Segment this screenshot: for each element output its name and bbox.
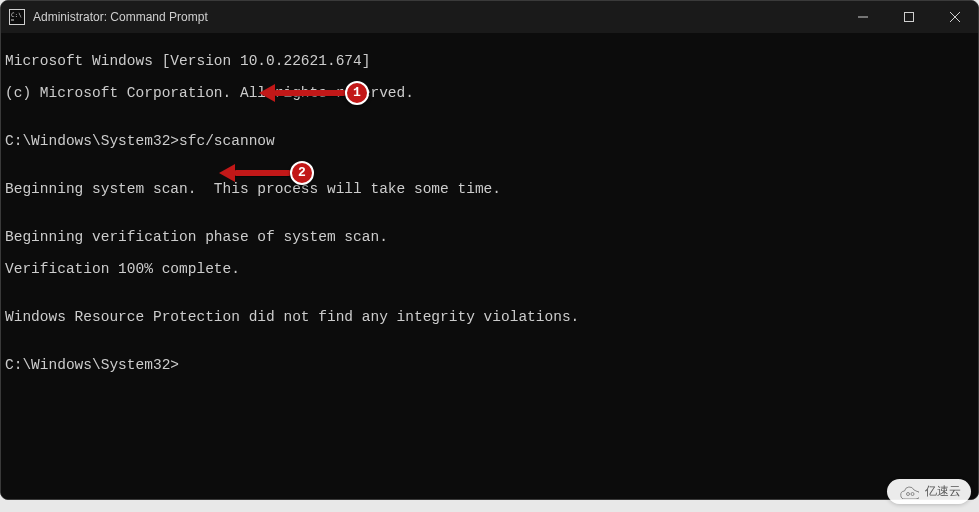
svg-point-7 <box>907 492 910 495</box>
annotation-marker-1: 1 <box>345 81 369 105</box>
prompt-line-1: C:\Windows\System32>sfc/scannow <box>5 133 974 149</box>
verify-done-line: Verification 100% complete. <box>5 261 974 277</box>
arrow-body <box>235 170 290 176</box>
prompt-line-2: C:\Windows\System32> <box>5 357 974 373</box>
annotation-arrow-1: 1 <box>259 81 369 105</box>
arrow-body <box>275 90 345 96</box>
result-line: Windows Resource Protection did not find… <box>5 309 974 325</box>
watermark-badge: 亿速云 <box>887 479 971 504</box>
banner-line: Microsoft Windows [Version 10.0.22621.67… <box>5 53 974 69</box>
close-icon <box>950 12 960 22</box>
minimize-button[interactable] <box>840 1 886 33</box>
maximize-button[interactable] <box>886 1 932 33</box>
svg-point-8 <box>911 492 914 495</box>
annotation-arrow-2: 2 <box>219 161 314 185</box>
prompt-path: C:\Windows\System32> <box>5 357 179 373</box>
terminal-output[interactable]: Microsoft Windows [Version 10.0.22621.67… <box>1 33 978 499</box>
cmd-icon: C:\ <box>9 9 25 25</box>
prompt-path: C:\Windows\System32> <box>5 133 179 149</box>
svg-rect-4 <box>905 13 914 22</box>
window-title: Administrator: Command Prompt <box>33 10 208 24</box>
titlebar[interactable]: C:\ Administrator: Command Prompt <box>1 1 978 33</box>
cloud-icon <box>897 485 919 499</box>
window-controls <box>840 1 978 33</box>
svg-text:C:\: C:\ <box>11 11 22 18</box>
command-input: sfc/scannow <box>179 133 275 149</box>
watermark-text: 亿速云 <box>925 483 961 500</box>
minimize-icon <box>858 12 868 22</box>
copyright-line: (c) Microsoft Corporation. All rights re… <box>5 85 974 101</box>
verify-begin-line: Beginning verification phase of system s… <box>5 229 974 245</box>
maximize-icon <box>904 12 914 22</box>
annotation-marker-2: 2 <box>290 161 314 185</box>
command-prompt-window: C:\ Administrator: Command Prompt Micros… <box>0 0 979 500</box>
close-button[interactable] <box>932 1 978 33</box>
arrow-head-icon <box>259 84 275 102</box>
scan-begin-line: Beginning system scan. This process will… <box>5 181 974 197</box>
arrow-head-icon <box>219 164 235 182</box>
title-left: C:\ Administrator: Command Prompt <box>9 9 208 25</box>
